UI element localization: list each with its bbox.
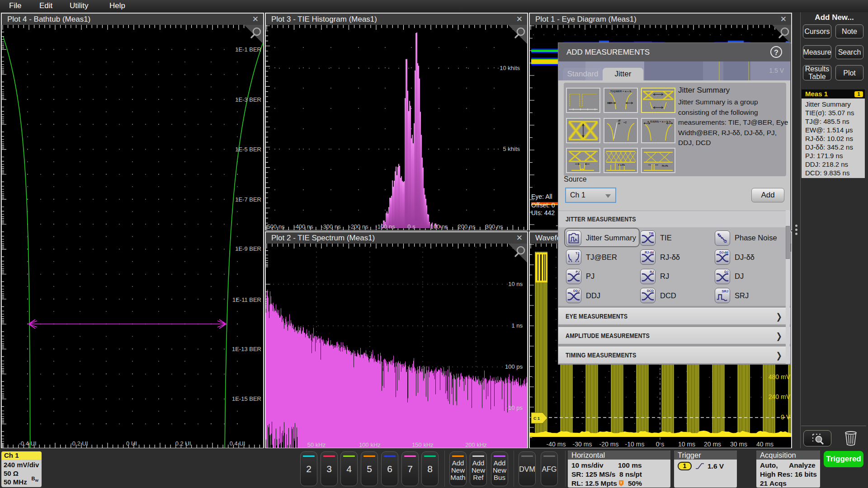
svg-text:Pk-Pk: Pk-Pk xyxy=(662,164,668,167)
svg-text:SRJ: SRJ xyxy=(722,289,729,293)
svg-text:Offset: 0: Offset: 0 xyxy=(531,202,555,209)
svg-text:0 s: 0 s xyxy=(656,441,665,448)
svg-text:10 khits: 10 khits xyxy=(500,65,520,71)
svg-text:0.2 UI: 0.2 UI xyxy=(175,440,191,447)
svg-text:1E-5 BER: 1E-5 BER xyxy=(235,146,261,153)
svg-text:-20 ms: -20 ms xyxy=(599,441,619,448)
svg-text:40 ms: 40 ms xyxy=(756,441,774,448)
svg-text:0 V: 0 V xyxy=(781,413,791,421)
svg-text:PJ: PJ xyxy=(576,270,580,273)
svg-text:5 khits: 5 khits xyxy=(503,145,520,152)
svg-text:-400 ns: -400 ns xyxy=(293,223,313,230)
svg-text:200 kHz: 200 kHz xyxy=(465,441,487,448)
svg-text:-500 ns: -500 ns xyxy=(266,223,285,230)
svg-text:150 kHz: 150 kHz xyxy=(412,441,434,448)
svg-text:1E-13 BER: 1E-13 BER xyxy=(232,346,261,352)
svg-text:100 ps: 100 ps xyxy=(505,363,523,370)
svg-text:dt: dt xyxy=(618,122,620,125)
svg-text:DJ(δδ) = a + b: DJ(δδ) = a + b xyxy=(650,120,668,123)
svg-text:UIs: 442: UIs: 442 xyxy=(531,209,555,216)
svg-text:10 ns: 10 ns xyxy=(508,281,523,287)
svg-text:b: b xyxy=(669,120,671,123)
svg-text:1E-3 BER: 1E-3 BER xyxy=(235,96,261,103)
svg-text:30 ms: 30 ms xyxy=(730,441,747,448)
svg-text:0.4 UI: 0.4 UI xyxy=(230,440,245,447)
svg-text:20 ms: 20 ms xyxy=(704,441,721,448)
svg-text:0 UI: 0 UI xyxy=(126,440,137,447)
svg-text:T: T xyxy=(620,481,623,485)
svg-text:1E-15 BER: 1E-15 BER xyxy=(232,395,261,402)
svg-text:-200 ns: -200 ns xyxy=(349,223,368,230)
svg-text:10 ms: 10 ms xyxy=(678,441,695,448)
svg-text:-300 ns: -300 ns xyxy=(321,223,341,230)
svg-text:=Z: =Z xyxy=(623,121,627,124)
svg-text:50 kHz: 50 kHz xyxy=(307,441,326,448)
svg-text:0 s: 0 s xyxy=(407,223,415,230)
svg-text:10 ps: 10 ps xyxy=(508,404,523,411)
svg-text:200 ns: 200 ns xyxy=(458,223,476,230)
svg-text:-40 ms: -40 ms xyxy=(547,441,566,448)
svg-text:RJ-dd: RJ-dd xyxy=(645,251,654,254)
svg-text:DDJ: DDJ xyxy=(573,289,580,292)
svg-text:DJ: DJ xyxy=(724,270,728,273)
svg-text:DJ-dd: DJ-dd xyxy=(719,251,728,254)
svg-text:TIE: TIE xyxy=(649,232,654,235)
svg-text:Pk-Pk: Pk-Pk xyxy=(618,164,625,166)
svg-text:100 kHz: 100 kHz xyxy=(359,441,381,448)
svg-text:-0.4 UI: -0.4 UI xyxy=(19,440,36,447)
svg-text:100 ns: 100 ns xyxy=(430,223,448,230)
svg-text:300 ns: 300 ns xyxy=(485,223,503,230)
svg-text:1E-7 BER: 1E-7 BER xyxy=(235,196,261,203)
svg-text:BER: BER xyxy=(607,102,612,104)
svg-text:1E-1 BER: 1E-1 BER xyxy=(235,46,261,53)
svg-text:TJ@BER = a + b: TJ@BER = a + b xyxy=(610,90,632,93)
svg-text:480 mV: 480 mV xyxy=(769,373,791,380)
svg-text:-100 ns: -100 ns xyxy=(375,223,395,230)
svg-text:DCD: DCD xyxy=(647,289,654,292)
svg-text:1E-11 BER: 1E-11 BER xyxy=(232,296,261,303)
svg-text:Eye: All: Eye: All xyxy=(531,193,552,200)
svg-text:RJ: RJ xyxy=(650,270,654,273)
svg-text:240 mV: 240 mV xyxy=(769,393,791,400)
svg-text:C 1: C 1 xyxy=(533,416,540,421)
svg-text:1 ns: 1 ns xyxy=(511,322,523,329)
svg-text:-0.2 UI: -0.2 UI xyxy=(70,440,88,447)
svg-text:-30 ms: -30 ms xyxy=(573,441,592,448)
svg-text:-10 ms: -10 ms xyxy=(625,441,645,448)
svg-text:1E-9 BER: 1E-9 BER xyxy=(235,245,261,252)
